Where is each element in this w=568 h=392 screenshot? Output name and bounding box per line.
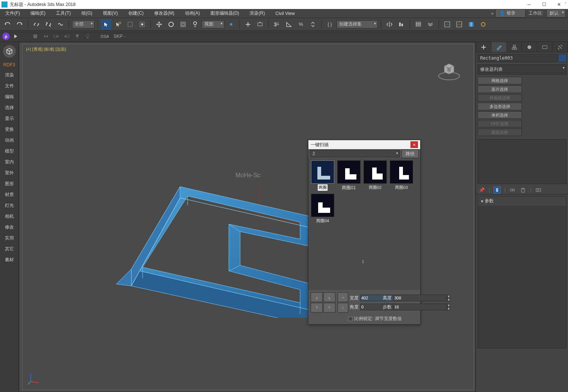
keyboard-shortcut-button[interactable]	[255, 19, 265, 30]
sidebar-logo[interactable]	[3, 45, 16, 58]
profile-tile-1[interactable]: 两圈01	[337, 160, 361, 192]
tab-hierarchy[interactable]	[507, 42, 522, 52]
curve-editor-button[interactable]	[442, 19, 452, 30]
dialog-close-button[interactable]: ✕	[410, 141, 418, 148]
stop-button[interactable]	[31, 32, 40, 41]
sidebar-item-model[interactable]: 模型	[3, 146, 15, 157]
profile-tile-0[interactable]: 两圈	[311, 160, 335, 192]
scale-button[interactable]	[178, 19, 188, 30]
menu-edit[interactable]: 编辑(E)	[25, 9, 51, 18]
sidebar-item-shapes[interactable]: 图形	[3, 178, 15, 189]
link-button[interactable]	[31, 19, 42, 30]
close-button[interactable]: ✕	[551, 0, 566, 9]
undo-button[interactable]	[2, 19, 13, 30]
sidebar-item-assets[interactable]: 素材	[3, 254, 15, 265]
menu-file[interactable]: 文件(F)	[0, 9, 25, 18]
lock-ratio-checkbox[interactable]	[348, 317, 353, 321]
height-input[interactable]	[393, 295, 447, 301]
plugin-badge[interactable]: p	[2, 33, 10, 40]
modifier-list-dropdown[interactable]: 修改器列表	[478, 64, 566, 75]
bind-spacewarp-button[interactable]	[55, 19, 66, 30]
sel-volume-button[interactable]: 体积选择	[478, 111, 522, 119]
use-pivot-center-button[interactable]	[226, 19, 236, 30]
tab-motion[interactable]	[522, 42, 537, 52]
sidebar-item-select[interactable]: 选择	[3, 102, 15, 113]
sidebar-item-exterior[interactable]: 室外	[3, 168, 15, 178]
resize-handle-icon[interactable]: ↕	[362, 258, 364, 264]
sel-mesh-button[interactable]: 网格选择	[478, 77, 522, 84]
sidebar-item-file[interactable]: 文件	[3, 81, 15, 91]
tab-create[interactable]	[476, 42, 491, 52]
profile-tile-4[interactable]: 两圈04	[311, 194, 335, 224]
corner-bl-button[interactable]: └	[311, 303, 323, 313]
redo-button[interactable]	[14, 19, 25, 30]
named-sel-edit-button[interactable]: { }	[325, 19, 335, 30]
select-object-button[interactable]	[101, 19, 111, 30]
viewport[interactable]: [+] [透视] [标准] [边面] MoHe-Sc 前 z	[19, 42, 476, 392]
make-unique-button[interactable]	[509, 187, 516, 193]
menu-view[interactable]: 视图(V)	[98, 9, 123, 18]
ref-coord-system[interactable]: 视图	[202, 20, 224, 28]
tab-modify[interactable]	[491, 42, 507, 52]
cam-prev-button[interactable]	[52, 32, 61, 41]
select-region-rect-button[interactable]	[125, 19, 135, 30]
configure-sets-button[interactable]	[535, 187, 542, 193]
sel-poly-button[interactable]: 多边形选择	[478, 103, 522, 110]
sel-patch-button[interactable]: 面片选择	[478, 85, 522, 93]
geometry-frame[interactable]	[113, 175, 315, 318]
remove-modifier-button[interactable]	[520, 187, 526, 193]
sidebar-item-camera[interactable]: 相机	[3, 211, 15, 222]
arrow-up-button[interactable]: ↑	[338, 303, 348, 313]
tab-display[interactable]	[537, 42, 553, 52]
menu-render[interactable]: 渲染(R)	[244, 9, 270, 18]
window-crossing-button[interactable]	[137, 19, 147, 30]
view-cube[interactable]: 前	[436, 55, 462, 82]
corner-tr-button[interactable]: ┐	[323, 292, 335, 302]
placement-button[interactable]	[190, 19, 200, 30]
viewport-label[interactable]: [+] [透视] [标准] [边面]	[26, 46, 66, 52]
profile-tile-3[interactable]: 两圈03	[389, 160, 413, 192]
mirror-button[interactable]	[384, 19, 395, 30]
skp-button[interactable]: SKP→	[112, 34, 128, 39]
corner-br-button[interactable]: ┘	[323, 303, 335, 313]
angle-spinner[interactable]: ▲▼	[360, 304, 381, 310]
material-editor-button[interactable]	[466, 19, 476, 30]
sidebar-item-interior[interactable]: 室内	[3, 157, 15, 168]
modifier-stack[interactable]	[478, 139, 566, 184]
light-button[interactable]	[83, 32, 92, 41]
show-end-result-button[interactable]	[494, 187, 500, 193]
sidebar-item-rdf3[interactable]: RDF3	[2, 60, 17, 70]
steps-input[interactable]	[393, 304, 447, 310]
menu-graph[interactable]: 图形编辑器(D)	[205, 9, 245, 18]
dialog-path-button[interactable]: 路径	[401, 150, 419, 158]
menu-civil[interactable]: Civil View	[270, 9, 300, 18]
play-button[interactable]	[11, 32, 20, 41]
arrow-right-button[interactable]: →	[338, 292, 348, 302]
menu-anim[interactable]: 动画(A)	[180, 9, 205, 18]
unlink-button[interactable]	[43, 19, 54, 30]
sidebar-item-edit[interactable]: 编辑	[3, 91, 15, 102]
width-spinner[interactable]: ▲▼	[360, 295, 381, 301]
render-setup-button[interactable]	[478, 19, 488, 30]
dialog-category-select[interactable]: 2	[310, 150, 400, 157]
named-selection-set[interactable]: 创建选择集	[337, 20, 378, 28]
object-color-swatch[interactable]	[558, 54, 566, 62]
selection-filter[interactable]: 全部	[72, 20, 95, 28]
sidebar-item-transform[interactable]: 变换	[3, 124, 15, 135]
sidebar-item-material[interactable]: 材质	[3, 189, 15, 200]
spinner-snap-button[interactable]	[308, 19, 318, 30]
sidebar-item-modify[interactable]: 修改	[3, 222, 15, 233]
overflow-icon[interactable]: »	[490, 11, 495, 16]
rotate-button[interactable]	[166, 19, 176, 30]
prev-key-button[interactable]	[41, 32, 50, 41]
sidebar-item-utility[interactable]: 实用	[3, 233, 15, 244]
sidebar-item-other[interactable]: 其它	[3, 244, 15, 254]
layer-manager-button[interactable]	[413, 19, 424, 30]
marker-button[interactable]	[73, 32, 82, 41]
percent-snap-button[interactable]: %	[296, 19, 306, 30]
sidebar-item-lights[interactable]: 灯光	[3, 200, 15, 211]
select-manipulate-button[interactable]	[243, 19, 253, 30]
align-button[interactable]	[396, 19, 407, 30]
workspace-selector[interactable]: 默认	[546, 9, 566, 18]
menu-group[interactable]: 组(G)	[76, 9, 98, 18]
